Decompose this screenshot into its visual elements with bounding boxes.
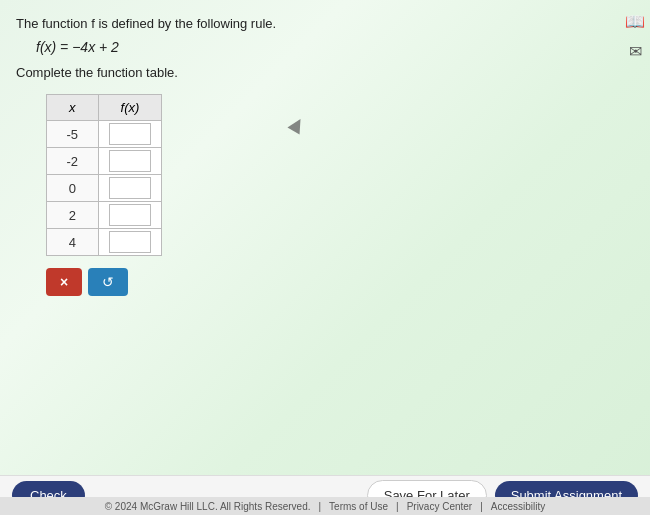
x-value-5: 4 [47, 229, 99, 256]
undo-button[interactable]: ↺ [88, 268, 128, 296]
divider-3: | [480, 501, 483, 512]
col-fx-label: f(x) [121, 100, 140, 115]
divider-1: | [319, 501, 322, 512]
fx-input-cell-5 [98, 229, 162, 256]
action-buttons: × ↺ [46, 268, 630, 296]
function-rule-text: f(x) = −4x + 2 [36, 39, 119, 55]
fx-input-2[interactable] [109, 150, 151, 172]
function-rule: f(x) = −4x + 2 [16, 39, 630, 55]
fx-input-cell-3 [98, 175, 162, 202]
fx-input-5[interactable] [109, 231, 151, 253]
copyright-text: © 2024 McGraw Hill LLC. All Rights Reser… [105, 501, 311, 512]
table-row: 2 [47, 202, 162, 229]
table-row: -5 [47, 121, 162, 148]
x-value-3: 0 [47, 175, 99, 202]
clear-button[interactable]: × [46, 268, 82, 296]
privacy-link[interactable]: Privacy Center [407, 501, 473, 512]
function-table: x f(x) -5 -2 0 2 4 [46, 94, 162, 256]
terms-link[interactable]: Terms of Use [329, 501, 388, 512]
fx-input-cell-2 [98, 148, 162, 175]
intro-text: The function f is defined by the followi… [16, 16, 630, 31]
divider-2: | [396, 501, 399, 512]
fx-input-cell-4 [98, 202, 162, 229]
col-header-fx: f(x) [98, 95, 162, 121]
fx-input-1[interactable] [109, 123, 151, 145]
accessibility-link[interactable]: Accessibility [491, 501, 545, 512]
table-row: 4 [47, 229, 162, 256]
x-value-4: 2 [47, 202, 99, 229]
complete-text: Complete the function table. [16, 65, 630, 80]
fx-input-3[interactable] [109, 177, 151, 199]
fx-input-4[interactable] [109, 204, 151, 226]
table-row: 0 [47, 175, 162, 202]
fx-input-cell-1 [98, 121, 162, 148]
col-header-x: x [47, 95, 99, 121]
x-value-1: -5 [47, 121, 99, 148]
copyright-bar: © 2024 McGraw Hill LLC. All Rights Reser… [0, 497, 650, 515]
x-value-2: -2 [47, 148, 99, 175]
main-content: The function f is defined by the followi… [0, 0, 650, 296]
table-row: -2 [47, 148, 162, 175]
